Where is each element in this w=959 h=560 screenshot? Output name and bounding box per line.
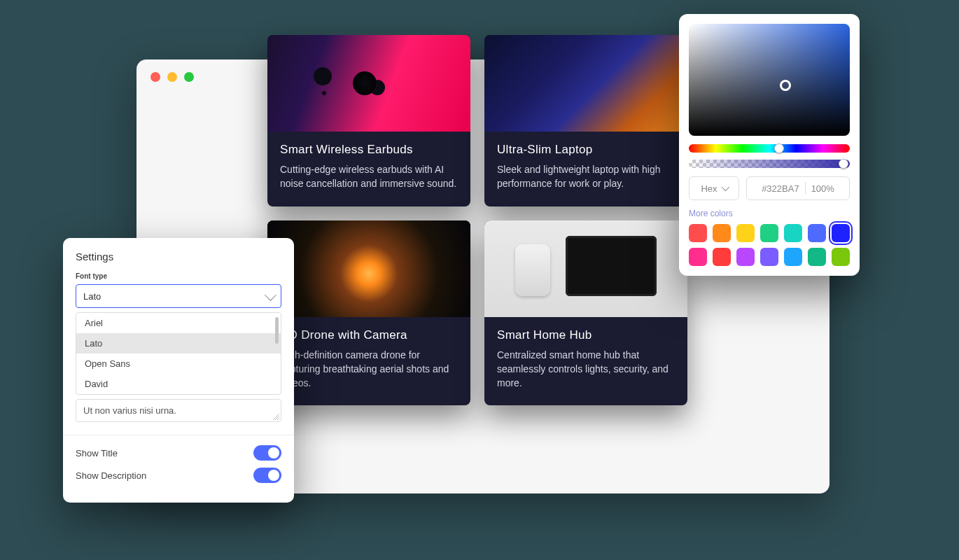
description-textarea[interactable]: Ut non varius nisi urna. — [76, 399, 281, 422]
product-card-grid: Smart Wireless Earbuds Cutting-edge wire… — [267, 35, 687, 405]
opacity-value: 100% — [811, 183, 834, 194]
window-min-dot[interactable] — [167, 72, 177, 82]
product-title: Smart Wireless Earbuds — [280, 143, 458, 157]
product-card[interactable]: Smart Wireless Earbuds Cutting-edge wire… — [267, 35, 470, 206]
swatch-grid — [689, 224, 850, 266]
product-title: HD Drone with Camera — [280, 328, 458, 342]
color-swatch[interactable] — [736, 224, 755, 242]
divider — [63, 435, 294, 435]
product-image — [267, 35, 470, 132]
sv-cursor[interactable] — [780, 80, 791, 91]
font-option[interactable]: Lato — [76, 333, 281, 354]
color-swatch[interactable] — [808, 248, 826, 266]
alpha-knob[interactable] — [839, 159, 848, 169]
color-swatch[interactable] — [760, 248, 778, 266]
settings-panel: Settings Font type Lato Ariel Lato Open … — [63, 238, 294, 503]
product-card[interactable]: HD Drone with Camera High-definition cam… — [267, 220, 470, 406]
color-mode-value: Hex — [701, 183, 717, 194]
color-swatch[interactable] — [689, 248, 707, 266]
color-swatch[interactable] — [784, 224, 802, 242]
product-card[interactable]: Smart Home Hub Centralized smart home hu… — [484, 220, 687, 406]
chevron-down-icon — [721, 183, 729, 191]
show-title-toggle[interactable] — [253, 445, 281, 461]
font-type-select[interactable]: Lato — [76, 284, 281, 308]
product-image — [267, 220, 470, 317]
color-swatch[interactable] — [713, 248, 731, 266]
alpha-slider[interactable] — [689, 160, 850, 168]
product-title: Ultra-Slim Laptop — [497, 143, 675, 157]
color-swatch[interactable] — [713, 224, 731, 242]
window-close-dot[interactable] — [150, 72, 160, 82]
font-type-value: Lato — [83, 291, 101, 302]
product-desc: High-definition camera drone for capturi… — [280, 348, 458, 391]
product-image — [484, 35, 687, 132]
color-swatch[interactable] — [736, 248, 755, 266]
show-title-label: Show Title — [76, 448, 118, 458]
product-image — [484, 220, 687, 317]
color-swatch[interactable] — [760, 224, 778, 242]
settings-heading: Settings — [76, 251, 281, 262]
more-colors-label: More colors — [689, 209, 850, 218]
chevron-down-icon — [265, 289, 276, 301]
show-description-label: Show Description — [76, 470, 146, 481]
color-swatch[interactable] — [689, 224, 707, 242]
product-desc: Centralized smart home hub that seamless… — [497, 348, 675, 391]
color-swatch[interactable] — [832, 224, 850, 242]
separator — [805, 182, 806, 195]
product-title: Smart Home Hub — [497, 328, 675, 342]
scrollbar-thumb[interactable] — [275, 317, 279, 344]
color-picker-panel: Hex #322BA7 100% More colors — [679, 14, 860, 276]
color-swatch[interactable] — [808, 224, 826, 242]
font-type-label: Font type — [76, 272, 281, 280]
show-description-toggle[interactable] — [253, 468, 281, 483]
font-option[interactable]: Ariel — [76, 313, 281, 333]
hex-value: #322BA7 — [762, 183, 799, 194]
resize-handle-icon[interactable] — [272, 413, 279, 420]
saturation-value-field[interactable] — [689, 24, 850, 136]
window-max-dot[interactable] — [184, 72, 194, 82]
font-option[interactable]: Open Sans — [76, 354, 281, 374]
product-desc: Sleek and lightweight laptop with high p… — [497, 162, 675, 191]
color-swatch[interactable] — [784, 248, 802, 266]
hex-input[interactable]: #322BA7 100% — [746, 176, 850, 200]
color-swatch[interactable] — [832, 248, 850, 266]
font-type-dropdown: Ariel Lato Open Sans David — [76, 312, 281, 395]
font-option[interactable]: David — [76, 374, 281, 394]
hue-knob[interactable] — [774, 144, 784, 153]
textarea-value: Ut non varius nisi urna. — [83, 405, 176, 416]
hue-slider[interactable] — [689, 144, 850, 153]
color-mode-select[interactable]: Hex — [689, 176, 739, 200]
product-card[interactable]: Ultra-Slim Laptop Sleek and lightweight … — [484, 35, 687, 206]
product-desc: Cutting-edge wireless earbuds with AI no… — [280, 162, 458, 191]
